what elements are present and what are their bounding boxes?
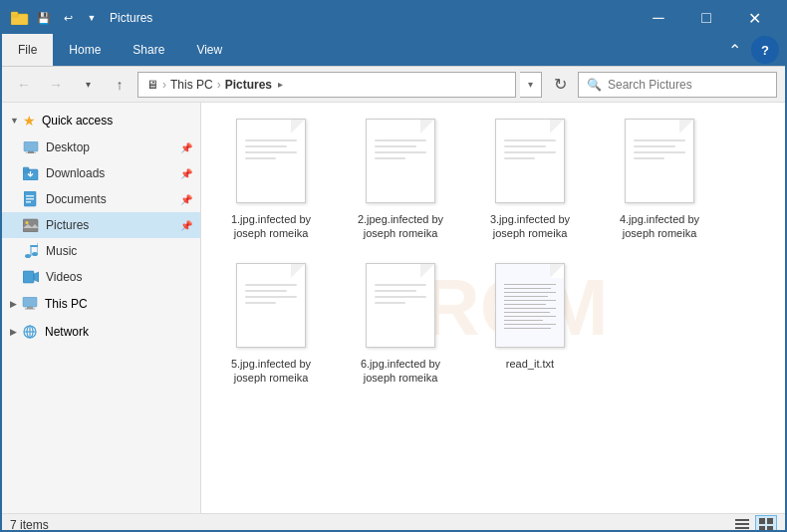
tab-view[interactable]: View <box>180 34 238 66</box>
minimize-button[interactable]: ─ <box>636 2 681 34</box>
music-label: Music <box>46 244 192 258</box>
up-button[interactable]: ↑ <box>106 71 133 99</box>
svg-rect-32 <box>759 518 765 524</box>
search-box[interactable]: 🔍 <box>578 72 777 98</box>
sidebar-section-quick-access[interactable]: ▼ ★ Quick access <box>2 107 200 134</box>
ribbon-chevron: ⌃ ? <box>720 34 785 66</box>
tab-home[interactable]: Home <box>53 34 117 66</box>
list-view-button[interactable] <box>731 515 753 533</box>
file-icon-2 <box>361 119 440 208</box>
file-item-4[interactable]: 4.jpg.infected by joseph romeika <box>600 113 719 247</box>
file-icon-7 <box>490 263 570 353</box>
svg-rect-20 <box>23 271 34 283</box>
large-icons-view-button[interactable] <box>755 515 777 533</box>
sidebar-item-videos[interactable]: Videos <box>2 264 200 290</box>
file-item-7[interactable]: read_it.txt <box>470 257 590 392</box>
file-item-5[interactable]: 5.jpg.infected by joseph romeika <box>211 257 331 392</box>
pictures-label: Pictures <box>46 218 180 232</box>
dropdown-history-button[interactable]: ▾ <box>74 71 102 99</box>
content-area: JROM 1.jpg.infected by joseph romeika <box>201 103 785 513</box>
refresh-button[interactable]: ↻ <box>546 71 574 99</box>
file-item-2[interactable]: 2.jpeg.infected by joseph romeika <box>341 113 460 247</box>
videos-label: Videos <box>46 270 192 284</box>
sidebar-item-pictures[interactable]: Pictures 📌 <box>2 212 200 238</box>
quick-access-label: Quick access <box>42 114 113 128</box>
sidebar-item-this-pc[interactable]: ▶ This PC <box>2 290 200 318</box>
file-icon-6 <box>361 263 440 353</box>
forward-button[interactable]: → <box>42 71 70 99</box>
address-dropdown-button[interactable]: ▾ <box>520 72 542 98</box>
file-item-3[interactable]: 3.jpg.infected by joseph romeika <box>470 113 590 247</box>
qat-save[interactable]: 💾 <box>34 8 54 28</box>
svg-rect-30 <box>735 523 749 525</box>
sidebar-item-network[interactable]: ▶ Network <box>2 318 200 346</box>
qat-undo[interactable]: ↩ <box>58 8 78 28</box>
qat-icon <box>10 8 30 28</box>
sidebar: ▼ ★ Quick access Desktop 📌 <box>2 103 201 513</box>
svg-rect-3 <box>24 141 38 151</box>
svg-rect-19 <box>31 245 39 247</box>
downloads-icon <box>22 164 40 182</box>
qat-dropdown[interactable]: ▼ <box>82 8 102 28</box>
ribbon: File Home Share View ⌃ ? <box>2 34 785 67</box>
window-title: Pictures <box>110 11 636 25</box>
svg-rect-33 <box>767 518 773 524</box>
file-name-2: 2.jpeg.infected by joseph romeika <box>347 212 454 241</box>
tab-share[interactable]: Share <box>117 34 180 66</box>
this-pc-label: This PC <box>45 297 88 311</box>
svg-point-16 <box>32 252 38 256</box>
network-chevron: ▶ <box>10 327 17 337</box>
file-name-4: 4.jpg.infected by joseph romeika <box>606 212 713 241</box>
large-icons-view-icon <box>759 518 773 532</box>
file-name-6: 6.jpg.infected by joseph romeika <box>347 357 454 386</box>
help-button[interactable]: ? <box>751 36 779 64</box>
title-bar: 💾 ↩ ▼ Pictures ─ □ ✕ <box>2 2 785 34</box>
documents-icon <box>22 190 40 208</box>
network-icon <box>21 323 39 341</box>
desktop-icon <box>22 138 40 156</box>
svg-rect-10 <box>26 195 34 197</box>
maximize-button[interactable]: □ <box>683 2 729 34</box>
address-bar: ← → ▾ ↑ 🖥 › This PC › Pictures ▸ ▾ ↻ 🔍 <box>2 67 785 103</box>
address-path-box[interactable]: 🖥 › This PC › Pictures ▸ <box>137 72 516 98</box>
path-separator: › <box>162 78 166 92</box>
sidebar-item-documents[interactable]: Documents 📌 <box>2 186 200 212</box>
file-item-1[interactable]: 1.jpg.infected by joseph romeika <box>211 113 331 247</box>
pictures-pin-icon: 📌 <box>180 220 192 231</box>
list-view-icon <box>735 518 749 532</box>
svg-rect-34 <box>759 526 765 532</box>
quick-access-chevron: ▼ <box>10 116 19 126</box>
sidebar-item-downloads[interactable]: Downloads 📌 <box>2 160 200 186</box>
svg-rect-22 <box>23 297 37 307</box>
network-label: Network <box>45 325 89 339</box>
quick-access-toolbar: 💾 ↩ ▼ <box>10 8 102 28</box>
svg-point-15 <box>25 254 31 258</box>
file-item-6[interactable]: 6.jpg.infected by joseph romeika <box>341 257 460 392</box>
svg-point-14 <box>26 221 29 224</box>
file-name-5: 5.jpg.infected by joseph romeika <box>217 357 325 386</box>
downloads-pin-icon: 📌 <box>180 168 192 179</box>
file-icon-4 <box>620 119 699 208</box>
back-button[interactable]: ← <box>10 71 38 99</box>
svg-rect-11 <box>26 198 34 200</box>
close-button[interactable]: ✕ <box>731 2 777 34</box>
svg-rect-18 <box>38 243 39 254</box>
status-bar: 7 items <box>2 513 785 532</box>
svg-rect-8 <box>23 167 29 170</box>
item-count: 7 items <box>10 518 49 532</box>
sidebar-item-music[interactable]: Music <box>2 238 200 264</box>
this-pc-icon <box>21 295 39 313</box>
path-this-pc: This PC <box>170 78 213 92</box>
file-name-7: read_it.txt <box>506 357 554 371</box>
file-icon-3 <box>490 119 570 208</box>
file-name-3: 3.jpg.infected by joseph romeika <box>476 212 584 241</box>
sidebar-item-desktop[interactable]: Desktop 📌 <box>2 134 200 160</box>
ribbon-collapse-button[interactable]: ⌃ <box>720 41 749 60</box>
file-icon-5 <box>231 263 311 353</box>
search-icon: 🔍 <box>587 78 602 92</box>
tab-file[interactable]: File <box>2 34 53 66</box>
ribbon-tab-bar: File Home Share View ⌃ ? <box>2 34 785 66</box>
search-input[interactable] <box>608 78 768 92</box>
quick-access-star-icon: ★ <box>23 113 36 129</box>
path-pictures: Pictures <box>225 78 272 92</box>
